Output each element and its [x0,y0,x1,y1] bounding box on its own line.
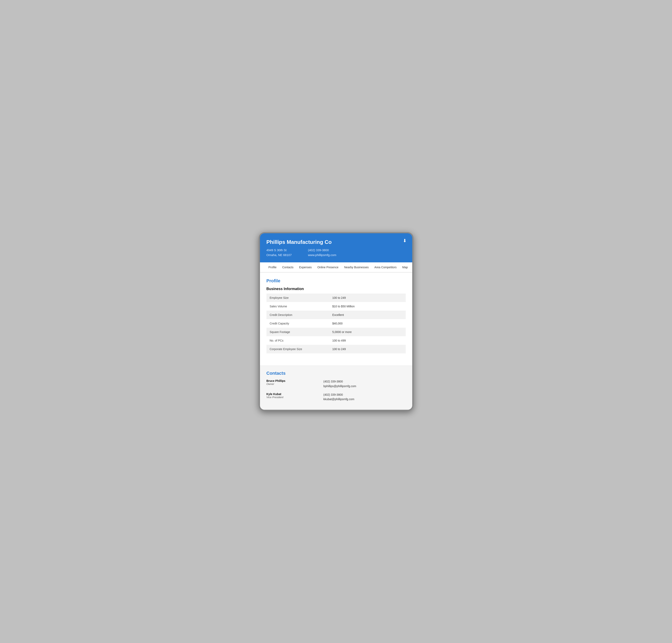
row-label: Employee Size [266,293,329,302]
nav-item-online-presence[interactable]: Online Presence [314,262,341,272]
contact-name: Kyle Kubat [266,392,307,396]
profile-section-title: Profile [266,278,406,283]
row-label: Sales Volume [266,302,329,311]
nav-item-area-competitors[interactable]: Area Competitors [372,262,399,272]
nav-item-profile[interactable]: Profile [266,262,279,272]
header-address: 4949 S 30th St Omaha, NE 68107 [266,248,292,257]
row-label: Credit Capacity [266,319,329,328]
row-value: Excellent [329,311,406,319]
company-name: Phillips Manufacturing Co [266,239,406,245]
main-card: Phillips Manufacturing Co 4949 S 30th St… [259,232,413,411]
contact-phone: (402) 339-3800 [323,379,356,384]
address-line1: 4949 S 30th St [266,248,292,253]
download-icon: ⬇ [403,238,407,243]
contacts-section-title: Contacts [266,371,406,376]
contact-info: (402) 339-3800 kkubat@phillipsmfg.com [323,392,355,402]
download-button[interactable]: ⬇ [403,238,407,243]
contact-left: Kyle Kubat Vice President [266,392,307,402]
contact-email: bphillips@phillipsmfg.com [323,384,356,388]
table-row: Corporate Employee Size 100 to 249 [266,345,406,353]
phone-number: (402) 339-3800 [308,248,336,253]
row-label: No. of PCs [266,336,329,345]
nav-item-contacts[interactable]: Contacts [279,262,296,272]
business-info-title: Business Information [266,287,406,291]
website-url: www.phillipsmfg.com [308,253,336,257]
header-details: 4949 S 30th St Omaha, NE 68107 (402) 339… [266,248,406,257]
contact-item: Kyle Kubat Vice President (402) 339-3800… [266,392,406,402]
contact-role: Vice President [266,396,307,399]
row-label: Credit Description [266,311,329,319]
address-line2: Omaha, NE 68107 [266,253,292,257]
contact-info: (402) 339-3800 bphillips@phillipsmfg.com [323,379,356,388]
contact-left: Bruce Phillips Owner [266,379,307,388]
card-content: Phillips Manufacturing Co 4949 S 30th St… [260,233,412,410]
navigation: Profile Contacts Expenses Online Presenc… [260,262,412,272]
table-row: Credit Description Excellent [266,311,406,319]
header: Phillips Manufacturing Co 4949 S 30th St… [260,233,412,262]
row-value: 5,0000 or more [329,328,406,336]
nav-item-expenses[interactable]: Expenses [296,262,314,272]
header-contact: (402) 339-3800 www.phillipsmfg.com [308,248,336,257]
business-info-table: Employee Size 100 to 249 Sales Volume $1… [266,293,406,353]
contact-email: kkubat@phillipsmfg.com [323,397,355,401]
row-value: $40,000 [329,319,406,328]
table-row: No. of PCs 100 to 499 [266,336,406,345]
table-row: Employee Size 100 to 249 [266,293,406,302]
row-label: Square Footage [266,328,329,336]
row-label: Corporate Employee Size [266,345,329,353]
nav-item-nearby-businesses[interactable]: Nearby Businesses [341,262,372,272]
row-value: 100 to 249 [329,293,406,302]
table-row: Sales Volume $10 to $50 Million [266,302,406,311]
profile-content: Profile Business Information Employee Si… [260,272,412,366]
row-value: 100 to 499 [329,336,406,345]
contact-role: Owner [266,383,307,386]
table-row: Square Footage 5,0000 or more [266,328,406,336]
contact-item: Bruce Phillips Owner (402) 339-3800 bphi… [266,379,406,388]
contact-name: Bruce Phillips [266,379,307,383]
nav-item-map[interactable]: Map [399,262,411,272]
table-row: Credit Capacity $40,000 [266,319,406,328]
row-value: $10 to $50 Million [329,302,406,311]
row-value: 100 to 249 [329,345,406,353]
contacts-section: Contacts Bruce Phillips Owner (402) 339-… [260,366,412,410]
contact-phone: (402) 339-3800 [323,392,355,397]
